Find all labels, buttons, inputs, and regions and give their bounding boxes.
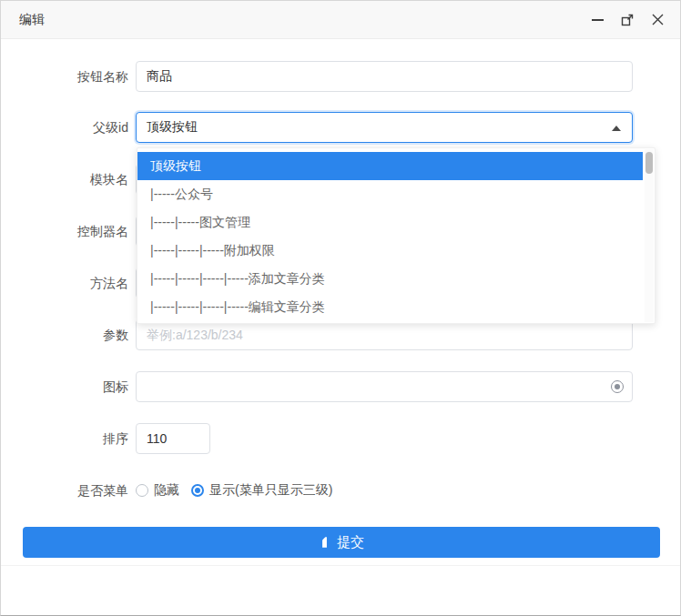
dropdown-option[interactable]: 顶级按钮 <box>137 152 643 180</box>
parent-id-dropdown-panel: 顶级按钮 |-----公众号 |-----|-----图文管理 |-----|-… <box>137 147 656 324</box>
form-row-is-menu: 是否菜单 隐藏 显示(菜单只显示三级) <box>1 475 656 506</box>
maximize-icon <box>621 13 635 26</box>
parent-id-select[interactable]: 顶级按钮 <box>136 112 633 143</box>
edit-dialog: 编辑 按钮名称 父级id <box>0 0 681 616</box>
dropdown-list: 顶级按钮 |-----公众号 |-----|-----图文管理 |-----|-… <box>137 148 655 325</box>
maximize-button[interactable] <box>619 12 635 28</box>
minimize-icon <box>592 19 604 21</box>
radio-hide-label: 隐藏 <box>154 482 179 499</box>
titlebar: 编辑 <box>1 1 680 39</box>
controller-name-label: 控制器名 <box>1 216 128 247</box>
icon-label: 图标 <box>1 371 128 402</box>
radio-hide[interactable]: 隐藏 <box>136 482 179 499</box>
radio-checked-icon[interactable] <box>191 484 204 497</box>
icon-input[interactable] <box>136 371 633 402</box>
radio-show-label: 显示(菜单只显示三级) <box>209 482 332 499</box>
close-icon <box>652 14 664 25</box>
dropdown-option[interactable]: |-----|-----图文管理 <box>137 208 643 237</box>
window-controls <box>589 12 666 28</box>
form-row-icon: 图标 <box>1 371 656 402</box>
radio-show[interactable]: 显示(菜单只显示三级) <box>191 482 332 499</box>
form-row-sort: 排序 <box>1 423 656 454</box>
params-label: 参数 <box>1 319 128 350</box>
is-menu-label: 是否菜单 <box>1 475 128 506</box>
dropdown-option[interactable]: |-----|-----|-----|-----添加文章分类 <box>137 265 643 293</box>
dropdown-option[interactable]: |-----|-----|-----附加权限 <box>137 237 643 265</box>
minimize-button[interactable] <box>589 12 605 28</box>
dialog-title: 编辑 <box>19 12 45 28</box>
dropdown-scrollbar-thumb[interactable] <box>645 152 653 174</box>
parent-id-selected-value: 顶级按钮 <box>147 119 198 136</box>
submit-button[interactable]: 提交 <box>23 527 660 558</box>
form-row-button-name: 按钮名称 <box>1 61 656 92</box>
dropdown-option[interactable]: |-----|-----|-----|-----编辑文章分类 <box>137 293 643 321</box>
icon-picker-dot-icon[interactable] <box>611 380 624 393</box>
parent-id-label: 父级id <box>1 112 128 143</box>
method-name-label: 方法名 <box>1 268 128 298</box>
caret-up-icon <box>612 126 621 131</box>
submit-button-label: 提交 <box>337 534 364 551</box>
pen-icon <box>319 536 330 549</box>
radio-unchecked-icon[interactable] <box>136 484 148 497</box>
sort-label: 排序 <box>1 423 128 454</box>
dropdown-option[interactable]: |-----公众号 <box>137 180 643 208</box>
button-name-label: 按钮名称 <box>1 61 128 92</box>
close-button[interactable] <box>649 12 666 28</box>
content-bottom-divider <box>1 565 680 566</box>
dropdown-scrollbar-track[interactable] <box>645 149 654 322</box>
form-row-parent-id: 父级id 顶级按钮 <box>1 112 656 143</box>
sort-input[interactable] <box>136 423 210 454</box>
button-name-input[interactable] <box>136 61 633 92</box>
module-name-label: 模块名 <box>1 164 128 195</box>
